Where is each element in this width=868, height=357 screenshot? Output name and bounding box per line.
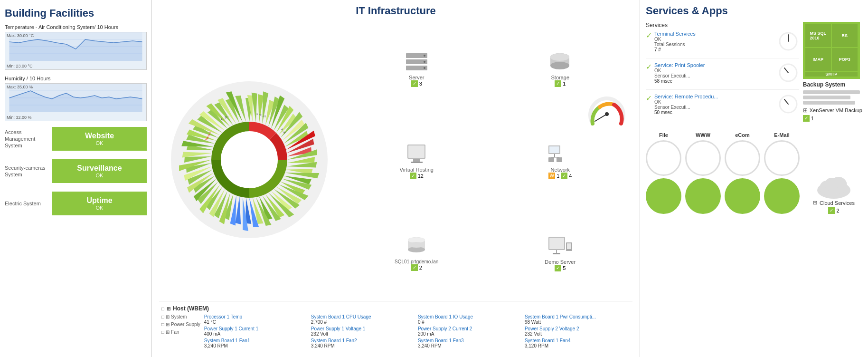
service-2-info: Service: Remote Procedu... OK Sensor Exe… xyxy=(654,94,775,115)
service-1-gauge xyxy=(778,62,799,86)
backup-bar-2 xyxy=(803,96,850,99)
services-label: Services xyxy=(646,22,799,29)
apps-section: File WWW eCom E-Mail xyxy=(646,132,862,214)
network-check: ✓ xyxy=(561,173,567,179)
service-item-1: ✓ Service: Print Spooler OK Sensor Execu… xyxy=(646,62,799,90)
db-icon xyxy=(404,233,430,259)
metric-13: System Board 1 Fan4 3,120 RPM xyxy=(525,338,630,348)
server-check: ✓ xyxy=(411,80,418,87)
app-ecom-gauge-outer xyxy=(725,140,760,176)
humid-max-label: Max: 35.00 % xyxy=(7,85,33,89)
metrics-grid: Processor 1 Temp 41 °C System Board 1 CP… xyxy=(204,314,630,348)
demo-server-check: ✓ xyxy=(555,265,561,271)
middle-panel-title: IT Infrastructure xyxy=(159,5,632,17)
server-card[interactable]: Server ✓ 3 xyxy=(347,23,487,112)
gauge-2-svg xyxy=(778,94,799,115)
humid-chart-label: Humidity / 10 Hours xyxy=(5,76,147,81)
right-panel-title: Services & Apps xyxy=(646,5,862,17)
fan-label-row: □⊞ Fan xyxy=(161,329,200,335)
metric-6: Power Supply 1 Voltage 1 232 Volt xyxy=(311,326,416,337)
storage-check: ✓ xyxy=(555,80,561,87)
sql-label: SQL01.prtgdemo.lan xyxy=(395,259,438,264)
temp-chart-box: Max: 30.00 °C Min: 23.00 °C xyxy=(5,32,147,70)
metric-3-name: System Board 1 Pwr Consumpti... xyxy=(525,314,630,319)
right-top-section: Services ✓ Terminal Services OK Total Se… xyxy=(646,22,862,125)
status-row-1: Security-cameras System Surveillance OK xyxy=(5,159,147,183)
humid-chart-box: Max: 35.00 % Min: 32.00 % xyxy=(5,83,147,121)
demo-server-card[interactable]: Demo Server ✓ 5 xyxy=(491,208,631,296)
sql-card[interactable]: SQL01.prtgdemo.lan ✓ 2 xyxy=(347,208,487,296)
services-section: Services ✓ Terminal Services OK Total Se… xyxy=(646,22,799,125)
svg-point-12 xyxy=(222,132,277,187)
left-panel-title: Building Facilities xyxy=(5,7,147,19)
uptime-button[interactable]: Uptime OK xyxy=(52,192,147,215)
svg-point-21 xyxy=(424,61,425,63)
server-count: 3 xyxy=(419,81,422,87)
app-file-gauge-outer xyxy=(646,140,681,176)
metric-10-name: System Board 1 Fan1 xyxy=(204,338,310,343)
circular-viz: E...D... S.+S...15 P...all Spe-as T xyxy=(159,21,340,299)
sunburst-svg: E...D... S.+S...15 P...all Spe-as T xyxy=(169,79,330,241)
service-1-status: OK xyxy=(654,68,775,73)
cloud-service-icon: ⊞ xyxy=(813,200,817,206)
metric-11-name: System Board 1 Fan2 xyxy=(311,338,416,343)
storage-label: Storage xyxy=(551,75,569,80)
backup-items xyxy=(803,90,862,105)
vm-count: 12 xyxy=(418,173,424,179)
vm-label: Virtual Hosting xyxy=(400,167,434,173)
app-email-gauge-outer xyxy=(764,140,800,176)
sql-check: ✓ xyxy=(411,264,418,271)
ms-sql-cell-4: SMTP xyxy=(805,72,858,77)
service-0-check: ✓ xyxy=(646,31,652,40)
metric-12-name: System Board 1 Fan3 xyxy=(418,338,523,343)
app-www-label: WWW xyxy=(696,132,710,138)
svg-point-22 xyxy=(424,67,425,69)
app-ecom: eCom xyxy=(725,132,760,214)
metric-5-name: Power Supply 1 Current 1 xyxy=(204,326,310,331)
metric-11-val: 3,240 RPM xyxy=(311,343,416,348)
metric-7-val: 200 mA xyxy=(418,331,523,337)
xen-count-row: ✓ 1 xyxy=(803,115,862,122)
network-warn-count: 1 xyxy=(557,173,559,179)
metric-7: Power Supply 2 Current 2 200 mA xyxy=(418,326,523,337)
cloud-count: 2 xyxy=(836,208,839,213)
network-label: Network xyxy=(551,167,570,173)
demo-server-count-row: ✓ 5 xyxy=(555,265,566,271)
service-0-metric1: Total Sessions xyxy=(654,42,775,47)
xen-section: ⊞ XenServer VM Backup ✓ 1 xyxy=(803,107,862,122)
server-icon xyxy=(404,48,430,75)
svg-rect-29 xyxy=(413,159,420,162)
sql-count: 2 xyxy=(419,265,422,270)
demo-server-icon xyxy=(546,233,575,259)
metric-1-name: System Board 1 CPU Usage xyxy=(311,314,416,319)
ms-sql-cell-0: MS SQL2016 xyxy=(805,24,831,47)
cloud-check: ✓ xyxy=(828,207,835,214)
service-2-check: ✓ xyxy=(646,94,652,103)
service-2-name: Service: Remote Procedu... xyxy=(654,94,775,99)
surveillance-button[interactable]: Surveillance OK xyxy=(52,159,147,183)
service-0-info: Terminal Services OK Total Sessions 7 # xyxy=(654,31,775,52)
power-label-row: □⊞ Power Supply xyxy=(161,322,200,327)
metric-12: System Board 1 Fan3 3,240 RPM xyxy=(418,338,523,348)
svg-rect-32 xyxy=(549,146,559,153)
temp-min-label: Min: 23.00 °C xyxy=(7,64,33,68)
service-1-name: Service: Print Spooler xyxy=(654,62,775,68)
vm-count-row: ✓ 12 xyxy=(410,173,424,179)
network-count-row: W 1 ✓ 4 xyxy=(548,173,572,179)
svg-rect-30 xyxy=(411,162,423,163)
system-subsection: □⊞ System □⊞ Power Supply □⊞ Fan xyxy=(161,314,200,348)
svg-line-56 xyxy=(595,114,607,121)
app-www: WWW xyxy=(685,132,721,214)
metric-1-val: 2,700 # xyxy=(311,319,416,325)
service-2-status: OK xyxy=(654,99,775,105)
vm-card[interactable]: Virtual Hosting ✓ 12 xyxy=(347,116,487,204)
website-button[interactable]: Website OK xyxy=(52,127,147,151)
cloud-info-row: ⊞ Cloud Services xyxy=(813,200,855,206)
backup-title: Backup System xyxy=(803,81,862,88)
temp-max-label: Max: 30.00 °C xyxy=(7,33,34,38)
cloud-section: ⊞ Cloud Services ✓ 2 xyxy=(813,171,855,214)
svg-rect-28 xyxy=(408,145,425,158)
status-label-1: Security-cameras System xyxy=(5,164,52,178)
ms-sql-block: MS SQL2016 RS IMAP POP3 SMTP xyxy=(803,22,860,79)
gauge-0-svg xyxy=(778,31,799,52)
